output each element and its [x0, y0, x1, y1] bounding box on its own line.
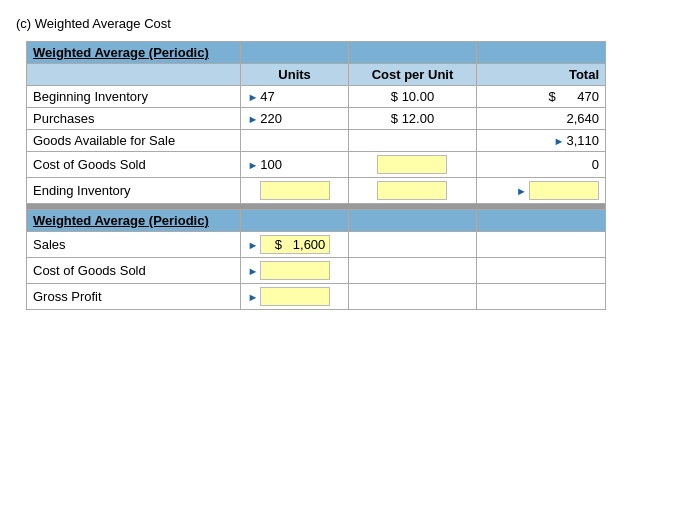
table-row: Purchases ► 220 $ 12.00 2,640: [27, 108, 606, 130]
row-purchases-label: Purchases: [27, 108, 241, 130]
table1-header: Weighted Average (Periodic): [27, 42, 241, 64]
row-goods-available-label: Goods Available for Sale: [27, 130, 241, 152]
row-purchases-cost: $ 12.00: [348, 108, 477, 130]
row-sales-units: ► $ 1,600: [241, 232, 348, 258]
row-purchases-total: 2,640: [477, 108, 606, 130]
row-goods-available-total: ► 3,110: [477, 130, 606, 152]
row-gross-profit-total: [477, 284, 606, 310]
row-beginning-inventory-label: Beginning Inventory: [27, 86, 241, 108]
row-gross-profit-units: ►: [241, 284, 348, 310]
table-row: Gross Profit ►: [27, 284, 606, 310]
table1-header-row: Weighted Average (Periodic): [27, 42, 606, 64]
row-ending-inventory-cost: [348, 178, 477, 204]
table2-header-total: [477, 210, 606, 232]
arrow-icon: ►: [247, 159, 258, 171]
gross-profit-input[interactable]: [260, 287, 330, 306]
table-row: Goods Available for Sale ► 3,110: [27, 130, 606, 152]
row-goods-available-cost: [348, 130, 477, 152]
row-sales-cost: [348, 232, 477, 258]
row-cogs2-units: ►: [241, 258, 348, 284]
subheader-cost-per-unit: Cost per Unit: [348, 64, 477, 86]
table-row: Cost of Goods Sold ►: [27, 258, 606, 284]
row-gross-profit-label: Gross Profit: [27, 284, 241, 310]
row-ending-inventory-units: [241, 178, 348, 204]
section-label: (c) Weighted Average Cost: [16, 16, 666, 31]
table1-header-units: [241, 42, 348, 64]
table2-header-cost: [348, 210, 477, 232]
arrow-icon: ►: [247, 265, 258, 277]
ending-inventory-units-input[interactable]: [260, 181, 330, 200]
row-beginning-inventory-total: $ 470: [477, 86, 606, 108]
ending-inventory-cost-input[interactable]: [377, 181, 447, 200]
row-cogs-cost: [348, 152, 477, 178]
table-row: Cost of Goods Sold ► 100 0: [27, 152, 606, 178]
row-beginning-inventory-units: ► 47: [241, 86, 348, 108]
subheader-label: [27, 64, 241, 86]
row-goods-available-units: [241, 130, 348, 152]
row-cogs2-total: [477, 258, 606, 284]
arrow-icon: ►: [516, 185, 527, 197]
table-row: Beginning Inventory ► 47 $ 10.00 $ 470: [27, 86, 606, 108]
arrow-icon: ►: [247, 91, 258, 103]
ending-inventory-total-input[interactable]: [529, 181, 599, 200]
cogs-cost-input[interactable]: [377, 155, 447, 174]
row-cogs2-label: Cost of Goods Sold: [27, 258, 241, 284]
row-sales-total: [477, 232, 606, 258]
arrow-icon: ►: [247, 113, 258, 125]
table1-header-cost: [348, 42, 477, 64]
cogs2-input[interactable]: [260, 261, 330, 280]
table-row: Ending Inventory ►: [27, 178, 606, 204]
row-cogs-label: Cost of Goods Sold: [27, 152, 241, 178]
subheader-units: Units: [241, 64, 348, 86]
sales-value[interactable]: $ 1,600: [260, 235, 330, 254]
row-purchases-units: ► 220: [241, 108, 348, 130]
row-beginning-inventory-cost: $ 10.00: [348, 86, 477, 108]
arrow-icon: ►: [247, 291, 258, 303]
arrow-icon: ►: [554, 135, 565, 147]
row-cogs-units: ► 100: [241, 152, 348, 178]
table1-header-total: [477, 42, 606, 64]
table2-header-row: Weighted Average (Periodic): [27, 210, 606, 232]
main-table: Weighted Average (Periodic) Units Cost p…: [26, 41, 606, 310]
subheader-total: Total: [477, 64, 606, 86]
row-cogs-total: 0: [477, 152, 606, 178]
table2-header-units: [241, 210, 348, 232]
table-row: Sales ► $ 1,600: [27, 232, 606, 258]
row-cogs2-cost: [348, 258, 477, 284]
table1-subheader-row: Units Cost per Unit Total: [27, 64, 606, 86]
table2-header: Weighted Average (Periodic): [27, 210, 241, 232]
row-ending-inventory-total: ►: [477, 178, 606, 204]
arrow-icon: ►: [247, 239, 258, 251]
row-sales-label: Sales: [27, 232, 241, 258]
row-gross-profit-cost: [348, 284, 477, 310]
row-ending-inventory-label: Ending Inventory: [27, 178, 241, 204]
